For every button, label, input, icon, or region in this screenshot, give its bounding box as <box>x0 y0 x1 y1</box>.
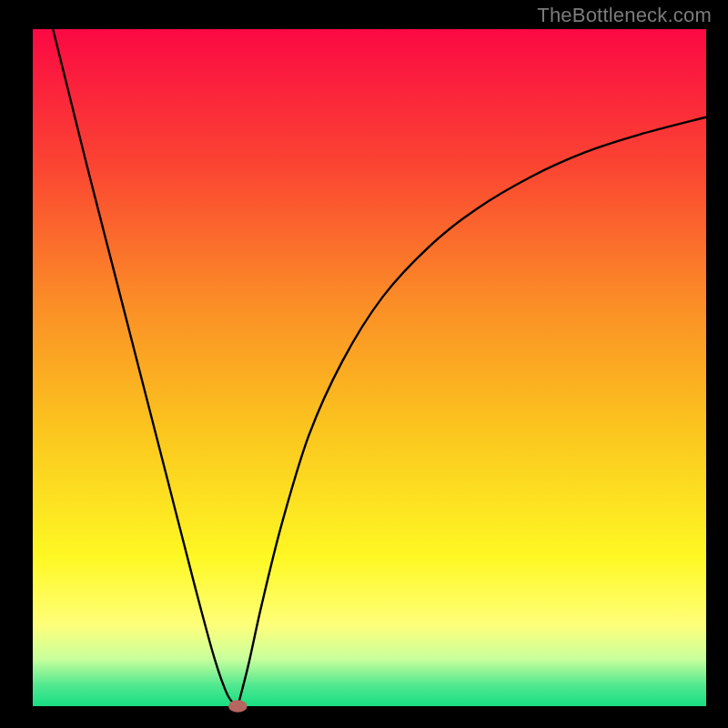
watermark-label: TheBottleneck.com <box>537 4 712 27</box>
plot-background <box>33 29 706 706</box>
min-marker <box>228 700 248 712</box>
chart-frame: TheBottleneck.com <box>0 0 728 728</box>
bottleneck-chart <box>0 0 728 728</box>
